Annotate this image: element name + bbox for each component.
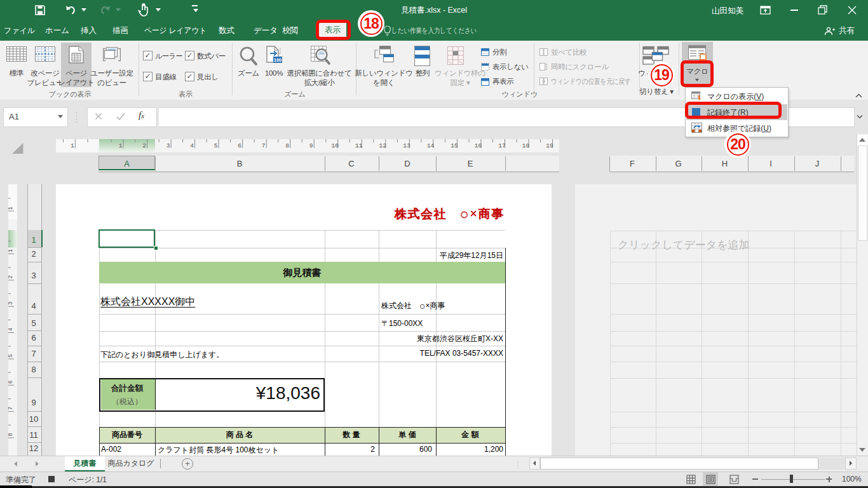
svg-text:1: 1 (8, 249, 14, 252)
svg-text:3: 3 (8, 301, 14, 304)
svg-text:2: 2 (8, 275, 14, 278)
svg-text:8: 8 (285, 142, 289, 149)
svg-text:4: 4 (8, 328, 14, 331)
svg-text:10: 10 (332, 142, 339, 149)
svg-text:6: 6 (8, 380, 14, 383)
svg-text:4: 4 (190, 142, 194, 149)
svg-text:7: 7 (8, 407, 14, 410)
svg-text:3: 3 (166, 142, 170, 149)
svg-text:8: 8 (8, 433, 14, 436)
svg-text:5: 5 (214, 142, 218, 149)
svg-text:1: 1 (71, 142, 74, 149)
svg-text:19: 19 (546, 142, 553, 149)
svg-text:13: 13 (403, 142, 410, 149)
svg-text:14: 14 (427, 142, 435, 149)
svg-text:11: 11 (355, 142, 363, 149)
svg-text:2: 2 (142, 142, 146, 149)
svg-text:15: 15 (451, 142, 458, 149)
svg-text:1: 1 (8, 207, 14, 210)
svg-text:16: 16 (475, 142, 482, 149)
svg-text:6: 6 (238, 142, 241, 149)
svg-text:9: 9 (309, 142, 313, 149)
svg-text:17: 17 (498, 142, 505, 149)
svg-text:5: 5 (8, 354, 14, 357)
svg-text:18: 18 (522, 142, 530, 149)
svg-text:1: 1 (119, 142, 123, 149)
svg-text:12: 12 (379, 142, 387, 149)
svg-text:7: 7 (262, 142, 266, 149)
svg-text:100: 100 (274, 57, 282, 63)
